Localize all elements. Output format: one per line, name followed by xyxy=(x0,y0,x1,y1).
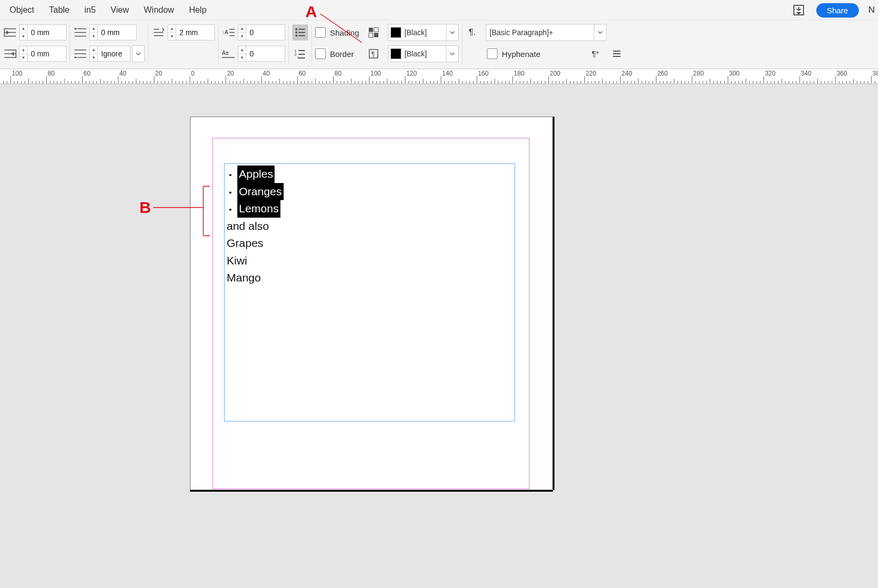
dropcap-lines-value[interactable] xyxy=(246,24,285,40)
border-color-dropdown[interactable] xyxy=(446,46,458,62)
svg-text:180: 180 xyxy=(514,70,525,77)
bulleted-line[interactable]: •Lemons xyxy=(227,200,515,218)
border-settings-icon[interactable]: ¶ xyxy=(366,46,382,62)
svg-text:380: 380 xyxy=(873,70,878,77)
svg-rect-8 xyxy=(369,28,373,32)
last-line-indent-icon xyxy=(73,46,87,62)
bulleted-line[interactable]: •Oranges xyxy=(227,183,515,201)
line-indent-group: ▲▼ ▲▼ xyxy=(70,23,148,65)
dropcap-chars-input[interactable]: ▲▼ xyxy=(238,46,285,62)
bulleted-list-button[interactable] xyxy=(292,24,308,40)
svg-point-5 xyxy=(295,35,297,37)
border-label: Border xyxy=(330,49,354,59)
menu-view[interactable]: View xyxy=(103,3,136,17)
top-right-bar: Share N xyxy=(791,0,875,20)
selected-text[interactable]: Oranges xyxy=(237,183,284,201)
bullet-icon: • xyxy=(228,186,233,198)
first-line-indent-value[interactable] xyxy=(97,24,137,40)
para-style-group: ¶. [Basic Paragraph]+ Hyphenate ¶* xyxy=(462,23,628,65)
selected-text[interactable]: Apples xyxy=(237,165,275,183)
space-before-value[interactable] xyxy=(176,24,215,40)
svg-text:220: 220 xyxy=(585,70,596,77)
shading-color-name: [Black] xyxy=(404,28,443,37)
right-indent-value[interactable] xyxy=(27,46,67,62)
space-before-group: ▲▼ xyxy=(148,23,218,65)
para-style-combo[interactable]: [Basic Paragraph]+ xyxy=(486,24,607,40)
svg-text:60: 60 xyxy=(299,70,306,77)
horizontal-ruler[interactable]: 1008060402002040608010012014016018020022… xyxy=(0,69,878,84)
svg-text:2: 2 xyxy=(294,52,297,57)
text-line[interactable]: Grapes xyxy=(227,235,515,252)
panel-menu-icon[interactable] xyxy=(609,46,625,62)
svg-text:40: 40 xyxy=(119,70,127,77)
dropcap-chars-value[interactable] xyxy=(246,46,285,62)
shading-checkbox[interactable] xyxy=(315,27,326,38)
canvas[interactable]: •Apples•Oranges•Lemonsand alsoGrapesKiwi… xyxy=(0,84,878,588)
list-group: 1 2 xyxy=(289,23,311,65)
svg-text:80: 80 xyxy=(47,70,55,77)
svg-text:A±: A± xyxy=(222,50,229,56)
svg-rect-9 xyxy=(374,28,378,32)
clear-overrides-icon[interactable]: ¶* xyxy=(592,46,604,62)
shading-swatch-icon xyxy=(391,27,401,38)
menu-in5[interactable]: in5 xyxy=(77,3,103,17)
text-frame[interactable]: •Apples•Oranges•Lemonsand alsoGrapesKiwi… xyxy=(224,163,515,421)
svg-text:160: 160 xyxy=(478,70,488,77)
para-style-icon[interactable]: ¶. xyxy=(469,24,481,40)
text-line[interactable]: Kiwi xyxy=(227,252,515,270)
svg-text:0: 0 xyxy=(191,70,195,77)
shading-color-dropdown[interactable] xyxy=(446,24,458,40)
border-color-name: [Black] xyxy=(404,49,443,58)
menu-window[interactable]: Window xyxy=(136,3,181,17)
border-checkbox[interactable] xyxy=(315,48,326,59)
bulleted-line[interactable]: •Apples xyxy=(227,165,515,183)
svg-rect-10 xyxy=(369,33,373,37)
shading-label: Shading xyxy=(330,28,359,37)
shading-settings-group: ¶ xyxy=(362,23,385,65)
space-before-icon xyxy=(152,24,165,40)
svg-text:100: 100 xyxy=(12,70,22,77)
left-indent-icon xyxy=(3,24,17,40)
color-group: [Black] [Black] xyxy=(385,23,462,65)
menu-object[interactable]: Object xyxy=(2,3,42,17)
selected-text[interactable]: Lemons xyxy=(237,200,280,218)
svg-text:80: 80 xyxy=(335,70,342,77)
space-before-input[interactable]: ▲▼ xyxy=(168,24,215,40)
border-swatch-icon xyxy=(391,48,401,59)
last-line-indent-input[interactable]: ▲▼ xyxy=(89,46,130,62)
menu-table[interactable]: Table xyxy=(42,3,77,17)
svg-text:240: 240 xyxy=(622,70,632,77)
svg-text:20: 20 xyxy=(155,70,163,77)
svg-text:100: 100 xyxy=(370,70,381,77)
svg-point-3 xyxy=(295,28,297,30)
svg-text:↓A: ↓A xyxy=(222,29,228,35)
workspace-letter[interactable]: N xyxy=(868,5,875,15)
dropcap-lines-icon: ↓A xyxy=(222,24,236,40)
text-line[interactable]: Mango xyxy=(227,269,515,287)
share-button[interactable]: Share xyxy=(816,3,859,18)
border-color-combo[interactable]: [Black] xyxy=(388,45,459,62)
left-indent-value[interactable] xyxy=(27,24,67,40)
hyphenate-checkbox[interactable] xyxy=(487,48,498,59)
bullet-icon: • xyxy=(228,203,233,216)
screen-mode-icon[interactable] xyxy=(791,2,807,18)
first-line-indent-input[interactable]: ▲▼ xyxy=(89,24,137,40)
left-indent-input[interactable]: ▲▼ xyxy=(19,24,67,40)
numbered-list-button[interactable]: 1 2 xyxy=(292,46,308,62)
svg-text:120: 120 xyxy=(406,70,417,77)
last-line-indent-menu[interactable] xyxy=(132,45,145,62)
right-indent-input[interactable]: ▲▼ xyxy=(19,46,67,62)
svg-text:300: 300 xyxy=(729,70,740,77)
para-style-dropdown[interactable] xyxy=(594,24,607,41)
text-line[interactable]: and also xyxy=(227,218,515,235)
shading-settings-icon[interactable] xyxy=(366,24,382,40)
svg-rect-11 xyxy=(374,33,378,37)
shading-border-group: Shading Border xyxy=(312,23,362,65)
menu-help[interactable]: Help xyxy=(181,3,214,17)
dropcap-lines-input[interactable]: ▲▼ xyxy=(238,24,285,40)
last-line-indent-value[interactable] xyxy=(97,46,130,62)
shading-color-combo[interactable]: [Black] xyxy=(388,24,459,41)
svg-text:340: 340 xyxy=(801,70,811,77)
svg-text:60: 60 xyxy=(84,70,91,77)
para-style-value: [Basic Paragraph]+ xyxy=(490,28,553,37)
